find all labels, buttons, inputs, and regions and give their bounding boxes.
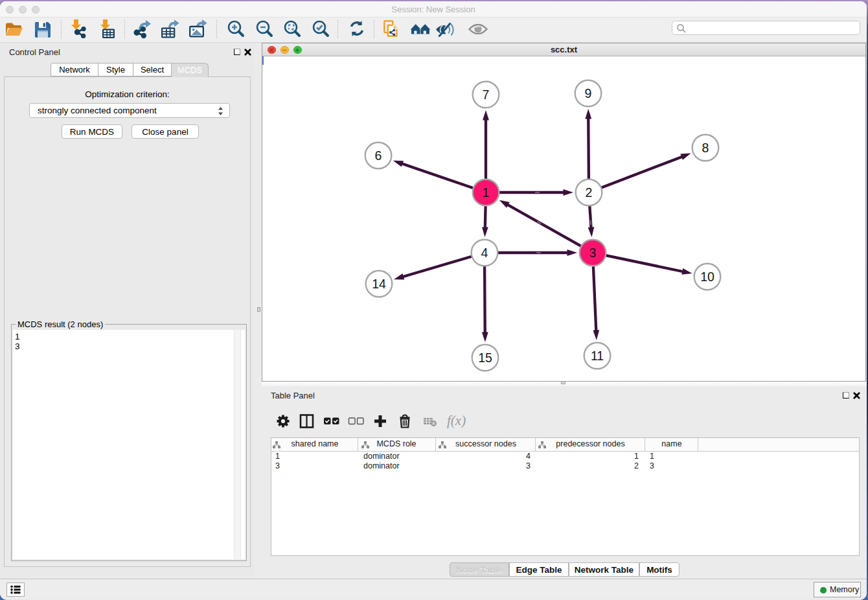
svg-text:14: 14	[372, 277, 386, 291]
svg-text:15: 15	[478, 351, 492, 365]
svg-text:9: 9	[585, 86, 592, 100]
svg-text:f(x): f(x)	[447, 413, 466, 428]
svg-text:4: 4	[481, 246, 488, 260]
svg-text:2: 2	[586, 185, 593, 200]
svg-text:1: 1	[483, 185, 490, 200]
svg-text:7: 7	[483, 87, 490, 102]
svg-text:6: 6	[375, 148, 382, 163]
svg-text:8: 8	[702, 141, 709, 155]
svg-text:10: 10	[700, 270, 714, 284]
svg-text:11: 11	[591, 349, 604, 363]
svg-text:3: 3	[589, 246, 597, 260]
